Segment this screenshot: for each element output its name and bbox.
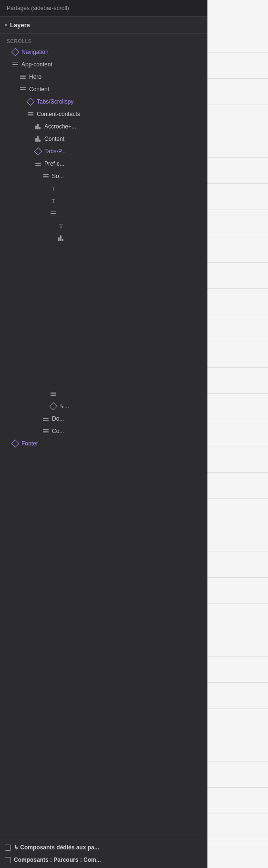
layer-item-composants-parcours[interactable]: Composants : Parcours : Com... <box>0 854 207 866</box>
layer-label: Content <box>44 136 64 142</box>
diamond-icon <box>50 402 57 410</box>
lines-icon <box>19 73 27 81</box>
layer-label: Accroche+... <box>44 123 76 130</box>
right-section-18 <box>207 446 268 473</box>
sidebar: Partages (sidebar-scroll) ▾ Layers SCROL… <box>0 0 207 868</box>
bars-icon <box>57 234 65 242</box>
layer-label: Hero <box>29 74 41 80</box>
right-panel-sections <box>207 0 268 840</box>
footer-section: ↳ Composants dédiés aux pa... Composants… <box>0 839 207 868</box>
layer-label: Footer <box>21 440 38 447</box>
spacer-row-8 <box>0 311 207 321</box>
layer-item-text1[interactable]: T <box>0 182 207 195</box>
right-section-17 <box>207 420 268 446</box>
layers-header[interactable]: ▾ Layers <box>0 17 207 34</box>
layer-item-do[interactable]: Do... <box>0 413 207 425</box>
right-section-10 <box>207 236 268 263</box>
spacer-row-7 <box>0 302 207 311</box>
layer-item-lines2[interactable] <box>0 388 207 400</box>
right-section-20 <box>207 499 268 525</box>
diamond-icon <box>27 98 34 106</box>
spacer-row-6 <box>0 292 207 302</box>
spacer-row-4 <box>0 273 207 283</box>
layer-label: Co... <box>52 428 64 434</box>
layer-item-content[interactable]: Content <box>0 83 207 95</box>
right-section-32 <box>207 814 268 840</box>
chevron-icon: ▾ <box>5 22 7 28</box>
layer-item-lines1[interactable] <box>0 207 207 220</box>
frame-icon-wrapper <box>4 844 11 851</box>
layer-item-bars2[interactable] <box>0 232 207 244</box>
right-section-15 <box>207 368 268 394</box>
right-section-22 <box>207 551 268 578</box>
layer-label: So... <box>52 173 64 180</box>
composants-dedies-label: ↳ Composants dédiés aux pa... <box>14 844 99 851</box>
layer-item-content-contacts[interactable]: Content-contacts <box>0 108 207 120</box>
lines-icon <box>42 172 50 180</box>
composants-parcours-label: Composants : Parcours : Com... <box>14 857 101 863</box>
layers-title: Layers <box>10 21 30 29</box>
right-section-6 <box>207 131 268 158</box>
right-section-25 <box>207 630 268 656</box>
right-section-5 <box>207 105 268 131</box>
spacer-row-2 <box>0 254 207 264</box>
layer-item-footer[interactable]: Footer <box>0 437 207 450</box>
right-section-23 <box>207 578 268 604</box>
spacer-row-13 <box>0 359 207 369</box>
right-panel <box>207 0 268 868</box>
lines-icon <box>42 415 50 423</box>
right-section-24 <box>207 604 268 630</box>
right-section-13 <box>207 315 268 341</box>
text-icon: T <box>57 222 65 230</box>
layer-label: App-content <box>21 61 52 68</box>
layer-item-arrow[interactable]: ↳... <box>0 400 207 413</box>
lines-icon <box>34 160 42 168</box>
bars-icon <box>34 123 42 130</box>
text-icon: T <box>50 185 57 192</box>
scrolls-label: SCROLLS <box>0 34 207 46</box>
layer-label: Content-contacts <box>37 111 80 117</box>
diamond-icon <box>11 440 19 447</box>
right-section-29 <box>207 735 268 762</box>
lines-icon <box>50 390 57 398</box>
spacer-row-10 <box>0 330 207 340</box>
right-section-3 <box>207 53 268 79</box>
spacer-row-1 <box>0 244 207 254</box>
lines-icon <box>19 85 27 93</box>
layer-item-tabs-scrollspy[interactable]: Tabs/Scrollspy <box>0 95 207 108</box>
diamond-icon <box>11 48 19 56</box>
right-section-26 <box>207 656 268 683</box>
layer-item-app-content[interactable]: App-content <box>0 58 207 71</box>
layer-item-composants-dedies[interactable]: ↳ Composants dédiés aux pa... <box>0 841 207 854</box>
right-section-12 <box>207 289 268 315</box>
layer-item-text2[interactable]: T <box>0 195 207 207</box>
right-section-8 <box>207 184 268 210</box>
right-section-19 <box>207 473 268 499</box>
layer-item-hero[interactable]: Hero <box>0 71 207 83</box>
sidebar-title: Partages (sidebar-scroll) <box>0 0 207 17</box>
layer-item-navigation[interactable]: Navigation <box>0 46 207 58</box>
right-section-2 <box>207 26 268 53</box>
lines-icon <box>50 210 57 217</box>
layer-item-accroche[interactable]: Accroche+... <box>0 120 207 133</box>
layer-item-pref-c[interactable]: Pref-c... <box>0 158 207 170</box>
right-section-1 <box>207 0 268 26</box>
spacer-row-14 <box>0 369 207 378</box>
layer-item-content2[interactable]: Content <box>0 133 207 145</box>
right-section-4 <box>207 79 268 105</box>
layer-item-tabs-p[interactable]: Tabs-P... <box>0 145 207 158</box>
right-section-30 <box>207 762 268 788</box>
right-section-21 <box>207 525 268 551</box>
layer-label: Tabs/Scrollspy <box>37 98 73 105</box>
layer-label: Pref-c... <box>44 160 64 167</box>
layer-label: Navigation <box>21 49 49 55</box>
lines-icon <box>27 110 34 118</box>
layer-item-text3[interactable]: T <box>0 220 207 232</box>
layer-label: ↳... <box>60 403 69 410</box>
layer-item-so[interactable]: So... <box>0 170 207 182</box>
layer-list: Navigation App-content Hero Content <box>0 46 207 839</box>
layer-item-co[interactable]: Co... <box>0 425 207 437</box>
right-section-7 <box>207 158 268 184</box>
lines-icon <box>11 61 19 68</box>
right-section-11 <box>207 263 268 289</box>
